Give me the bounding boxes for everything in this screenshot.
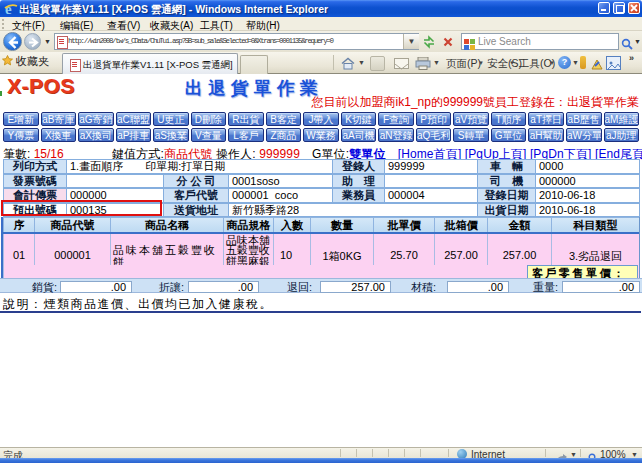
svg-text:e: e bbox=[5, 2, 12, 16]
